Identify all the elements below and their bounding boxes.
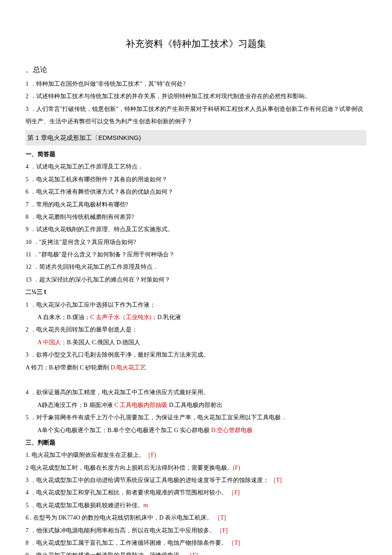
c4-answer: C 工具电极内部抽吸 bbox=[114, 402, 169, 408]
j1-answer: ［F) bbox=[145, 452, 156, 458]
q2: 2 ．试述特种加工技术与传统加工技术的并存关系，并说明特种加工技术对现代制造业存… bbox=[26, 90, 366, 102]
j9-answer: ［F] bbox=[185, 552, 198, 555]
j6-text: 6 . 在型号为 DK774O 的数控电火花线切割机床中，D 表示电加工机床。 bbox=[26, 514, 213, 521]
c3-answer: D.电火花工艺 bbox=[111, 364, 147, 371]
j8: 8 ．电火花成型加工属于盲孔加工，工作液循环困难，电蚀产物排除条件要。 ［T] bbox=[26, 537, 366, 549]
c4-opt-ab: A静态淹没工件；B 扇面冲液 bbox=[37, 402, 114, 408]
q13: 13 ．超大深径比的深小孔加工的难点何在？对策如何？ bbox=[26, 273, 366, 286]
c5-opt-abc: A单个实心电极逐个加工；B.单个空心电极逐个加工 G 实心群电极 bbox=[37, 427, 211, 433]
c4-options: A静态淹没工件；B 扇面冲液 C 工具电极内部抽吸 D.工具电极内部射出 bbox=[26, 399, 366, 411]
c2-stem: 2 ．电火花共先回转加工的最早创造人是： bbox=[26, 323, 366, 336]
chapter-1-heading: 第 1 章电火花成形加工〔EDMSINKING) bbox=[26, 130, 366, 145]
j6-answer: ［T] bbox=[213, 514, 226, 521]
j1: 1. 电火花加工中的吸附效应都发生在正极上。［F) bbox=[26, 449, 366, 461]
c2-opt-rest: B.美国人 C.俄国人 D.德国人 bbox=[67, 339, 140, 346]
j5-text: 5 ．电火花成型加工电极损耗较难进行补佳。 bbox=[26, 502, 144, 509]
j9: 9 ．电火花加工的粗规准一般选取的是窄脉冲、顶峰值电流。 ［F] bbox=[26, 549, 366, 555]
j3-answer: ［T] bbox=[269, 477, 282, 483]
c1-answer: C 去声子水（工业纯水) bbox=[90, 314, 152, 320]
q7: 7 ．常用的电火花工具电极材料有哪些? bbox=[26, 198, 366, 211]
c3-opt-abc: A 铃刀；B.砂带磨削 C 砂轮磨削 bbox=[26, 364, 111, 371]
j3-text: 3 ．电火花成型加工中的自动进给调节系统应保证工具电极的进给速度等于工件的蚀除速… bbox=[26, 477, 269, 483]
j7: 7 ．他张式脉冲电源电能利用率相当高，所以在电火花加工中应用较多。 ［F] bbox=[26, 524, 366, 537]
j5-answer: m bbox=[144, 502, 148, 509]
j2: 2 电火花成型加工时，电极在长度方向上损耗后无法得到补偿，需要更换电极。(F) bbox=[26, 462, 366, 474]
c3-stem: 3 ．欲将小型交叉孔口毛刺去除例底干净，最好采用加工方法来完成。 bbox=[26, 349, 366, 361]
q9: 9 ．试述电火花钱削的工作原理、特点及工艺实施形式。 bbox=[26, 223, 366, 235]
j7-answer: ［F] bbox=[215, 527, 228, 534]
c1-stem: 1 ．电火花深小孔加工应中选择以下作为工作液； bbox=[26, 299, 366, 311]
j4-answer: ［F] bbox=[227, 489, 240, 496]
q10: 10 ．"反拷法"是何含义？其应用场合如何? bbox=[26, 236, 366, 248]
j2-text: 2 电火花成型加工时，电极在长度方向上损耗后无法得到补偿，需要更换电极。 bbox=[26, 465, 233, 471]
j9-text: 9 ．电火花加工的粗规准一般选取的是窄脉冲、顶峰值电流。 bbox=[26, 552, 185, 555]
j4: 4 ．电火花成型加工和穿孔加工相比，前者要求电规准的调节范围相对较小。 ［F] bbox=[26, 486, 366, 499]
q6: 6 ．电火花工作液有舞些供液方式？各自的优缺点如何？ bbox=[26, 186, 366, 198]
c4-opt-d: D.工具电极内部射出 bbox=[169, 402, 223, 408]
c3-options: A 铃刀；B.砂带磨削 C 砂轮磨削 D.电火花工艺 bbox=[26, 361, 366, 374]
j4-text: 4 ．电火花成型加工和穿孔加工相比，前者要求电规准的调节范围相对较小。 bbox=[26, 489, 227, 496]
c5-stem: 5 ．对于象筛网冬件有成千上万个小孔需要加工，为保证生产率，电火花加工宜采用以下… bbox=[26, 411, 366, 424]
q12: 12 ．简述共先回转电火花加工的工作原理及特点． bbox=[26, 261, 366, 273]
q11: 11 ．"群电极"是什么含义？如何制备？应用于何种场合？ bbox=[26, 248, 366, 261]
j2-answer: (F) bbox=[233, 465, 240, 471]
judge-heading: 三、判断题 bbox=[26, 436, 366, 449]
c5-answer: D.空心管群电极 bbox=[211, 427, 253, 433]
page-title: 补充资料《特种加工技术》习题集 bbox=[26, 34, 366, 54]
short-answer-heading: 一、简答题 bbox=[26, 148, 366, 160]
j1-text: 1. 电火花加工中的吸附效应都发生在正极上。 bbox=[26, 452, 145, 458]
j7-text: 7 ．他张式脉冲电源电能利用率相当高，所以在电火花加工中应用较多。 bbox=[26, 527, 215, 534]
c4-stem: 4 ．欲保证最高的加工精度，电火花加工中工作液供应方式最好采用。 bbox=[26, 386, 366, 398]
c1-options: A 自来水；B.煤油；C 去声子水（工业纯水)；D.乳化液 bbox=[26, 311, 366, 323]
q8: 8 ．电火花磨削与传统机械磨削有何差异? bbox=[26, 211, 366, 223]
c2-answer: A 中国人； bbox=[37, 339, 67, 346]
j3: 3 ．电火花成型加工中的自动进给调节系统应保证工具电极的进给速度等于工件的蚀除速… bbox=[26, 474, 366, 486]
q3: 3 ．人们常言"打破传统，锐意创新"，特种加工技术的产生和开展对于科研和工程技术… bbox=[26, 103, 366, 128]
c5-options: A单个实心电极逐个加工；B.单个空心电极逐个加工 G 实心群电极 D.空心管群电… bbox=[26, 424, 366, 436]
c2-options: A 中国人；B.美国人 C.俄国人 D.德国人 bbox=[26, 336, 366, 349]
choice-heading: 二½三 t bbox=[26, 286, 366, 298]
j5: 5 ．电火花成型加工电极损耗较难进行补佳。m bbox=[26, 499, 366, 511]
q5: 5 ．电火花加工机床有哪些附件？其各自的用途如何？ bbox=[26, 173, 366, 186]
j8-answer: ［T] bbox=[227, 540, 240, 546]
q1: 1 ．特种加工在国外也叫做"非传统加工技术"，其"特"在何处? bbox=[26, 78, 366, 90]
q4: 4 ．试述电火花加工的工作原理及工艺特点． bbox=[26, 160, 366, 173]
j6: 6 . 在型号为 DK774O 的数控电火花线切割机床中，D 表示电加工机床。 … bbox=[26, 511, 366, 524]
section-intro: 。总论 bbox=[26, 62, 366, 78]
c1-opt-ab: A 自来水；B.煤油； bbox=[37, 314, 90, 320]
c1-opt-d: ；D.乳化液 bbox=[151, 314, 181, 320]
j8-text: 8 ．电火花成型加工属于盲孔加工，工作液循环困难，电蚀产物排除条件要。 bbox=[26, 540, 227, 546]
